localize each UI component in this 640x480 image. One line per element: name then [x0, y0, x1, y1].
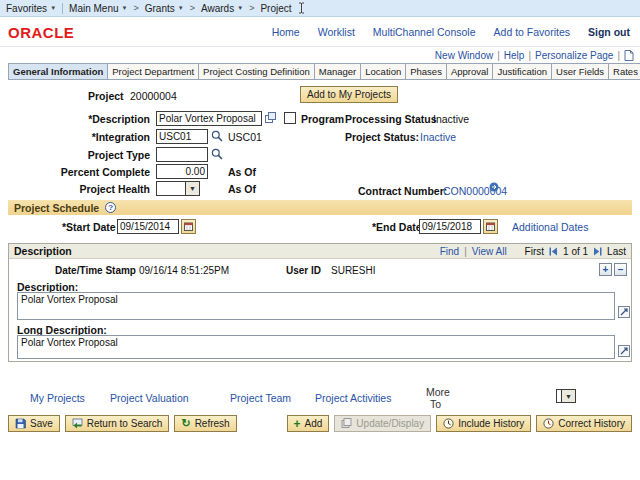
home-link[interactable]: Home	[272, 26, 300, 38]
page-utility-bar: New Window | Help | Personalize Page |	[435, 50, 634, 61]
integration-label: *Integration	[0, 131, 150, 143]
description-input[interactable]	[156, 111, 262, 126]
include-history-button[interactable]: Include History	[436, 415, 531, 432]
include-history-icon	[443, 418, 454, 429]
grants-label: Grants	[145, 3, 175, 14]
start-date-input[interactable]	[117, 219, 179, 234]
add-button[interactable]: + Add	[287, 415, 330, 432]
last-label: Last	[607, 246, 626, 257]
menu-grants[interactable]: Grants ▼	[145, 3, 184, 14]
description-zoom-icon[interactable]	[618, 306, 630, 318]
multichannel-console-link[interactable]: MultiChannel Console	[373, 26, 476, 38]
project-activities-link[interactable]: Project Activities	[315, 392, 391, 404]
description-section-title: Description	[14, 245, 72, 257]
project-health-select[interactable]: ▼	[156, 181, 200, 196]
main-menu-label: Main Menu	[69, 3, 118, 14]
i-beam-cursor	[298, 2, 305, 14]
tab-rates[interactable]: Rates	[608, 63, 640, 80]
additional-dates-link[interactable]: Additional Dates	[512, 221, 588, 233]
start-date-label: *Start Date	[62, 221, 116, 233]
first-label: First	[525, 246, 544, 257]
tab-project-department[interactable]: Project Department	[107, 63, 199, 80]
help-link[interactable]: Help	[504, 50, 525, 61]
datetime-value: 09/16/14 8:51:25PM	[139, 265, 229, 276]
end-date-calendar-button[interactable]	[483, 219, 498, 234]
first-row-icon[interactable]	[549, 247, 558, 256]
project-type-label: Project Type	[0, 149, 150, 161]
description-section-header: Description Find | View All First 1 of 1…	[9, 244, 631, 259]
save-label: Save	[30, 418, 53, 429]
tab-general-information[interactable]: General Information	[8, 63, 108, 80]
menu-main-menu[interactable]: Main Menu ▼	[69, 3, 127, 14]
tab-phases[interactable]: Phases	[405, 63, 447, 80]
tab-label: General Information	[13, 66, 103, 77]
personalize-page-link[interactable]: Personalize Page	[535, 50, 613, 61]
worklist-link[interactable]: Worklist	[318, 26, 355, 38]
add-to-favorites-link[interactable]: Add to Favorites	[494, 26, 570, 38]
tab-user-fields[interactable]: User Fields	[551, 63, 609, 80]
description-field-label: *Description	[0, 113, 150, 125]
correct-history-icon	[543, 418, 554, 429]
caret-down-icon: ▼	[237, 5, 243, 11]
percent-complete-label: Percent Complete	[0, 166, 150, 178]
end-date-input[interactable]	[419, 219, 481, 234]
integration-lookup-icon[interactable]	[211, 130, 223, 142]
tab-location[interactable]: Location	[360, 63, 406, 80]
correct-history-label: Correct History	[558, 418, 625, 429]
add-label: Add	[305, 418, 323, 429]
delete-row-button[interactable]: –	[614, 263, 627, 276]
caret-down-icon: ▼	[178, 5, 184, 11]
favorites-menu[interactable]: Favorites ▼	[6, 3, 56, 14]
correct-history-button[interactable]: Correct History	[536, 415, 632, 432]
update-display-button[interactable]: Update/Display	[334, 415, 431, 432]
project-type-input[interactable]	[156, 147, 208, 162]
integration-input[interactable]	[156, 129, 208, 144]
save-button[interactable]: Save	[8, 415, 60, 432]
help-icon[interactable]: ?	[105, 202, 116, 213]
long-description-textarea[interactable]: Polar Vortex Proposal	[17, 335, 615, 359]
project-type-lookup-icon[interactable]	[211, 148, 223, 160]
refresh-button[interactable]: ↻ Refresh	[174, 415, 236, 432]
my-projects-link[interactable]: My Projects	[30, 392, 85, 404]
new-window-link[interactable]: New Window	[435, 50, 493, 61]
return-to-search-icon	[72, 418, 83, 429]
percent-complete-input[interactable]	[156, 164, 208, 179]
user-id-value: SURESHI	[331, 265, 375, 276]
tab-manager[interactable]: Manager	[314, 63, 362, 80]
page-indicator: 1 of 1	[563, 246, 588, 257]
peoplesoft-project-page: Favorites ▼ Main Menu ▼ > Grants ▼ > Awa…	[0, 0, 640, 480]
last-row-icon[interactable]	[593, 247, 602, 256]
view-all-link[interactable]: View All	[472, 246, 507, 257]
find-link[interactable]: Find	[440, 246, 459, 257]
refresh-icon: ↻	[181, 418, 190, 429]
tab-label: Approval	[451, 66, 489, 77]
add-row-button[interactable]: +	[599, 263, 612, 276]
processing-status-value: Inactive	[433, 113, 469, 125]
dropdown-arrow-icon[interactable]: ▼	[562, 389, 576, 403]
tab-project-costing-definition[interactable]: Project Costing Definition	[198, 63, 315, 80]
project-label: Project	[88, 90, 124, 102]
program-checkbox[interactable]	[284, 112, 296, 124]
dropdown-arrow-icon[interactable]: ▼	[186, 181, 200, 196]
processing-status-label: Processing Status	[345, 113, 437, 125]
long-description-zoom-icon[interactable]	[618, 345, 630, 357]
more-navigation-dropdown[interactable]: ▼	[556, 389, 576, 403]
page-icon[interactable]	[624, 50, 634, 61]
project-team-link[interactable]: Project Team	[230, 392, 291, 404]
description-textarea[interactable]: Polar Vortex Proposal	[17, 292, 615, 320]
start-date-calendar-button[interactable]	[181, 219, 196, 234]
project-valuation-link[interactable]: Project Valuation	[110, 392, 189, 404]
breadcrumb-current-project[interactable]: Project	[260, 3, 291, 14]
contract-transfer-icon[interactable]	[489, 182, 499, 192]
tab-approval[interactable]: Approval	[446, 63, 494, 80]
tab-justification[interactable]: Justification	[492, 63, 552, 80]
tab-label: User Fields	[556, 66, 604, 77]
return-to-search-button[interactable]: Return to Search	[65, 415, 170, 432]
expand-icon[interactable]	[265, 112, 276, 123]
project-status-value: Inactive	[420, 131, 456, 143]
sign-out-link[interactable]: Sign out	[588, 26, 630, 38]
menu-awards[interactable]: Awards ▼	[201, 3, 243, 14]
datetime-label: Date/Time Stamp	[55, 265, 136, 276]
update-display-icon	[341, 418, 352, 429]
add-to-my-projects-button[interactable]: Add to My Projects	[300, 86, 398, 103]
